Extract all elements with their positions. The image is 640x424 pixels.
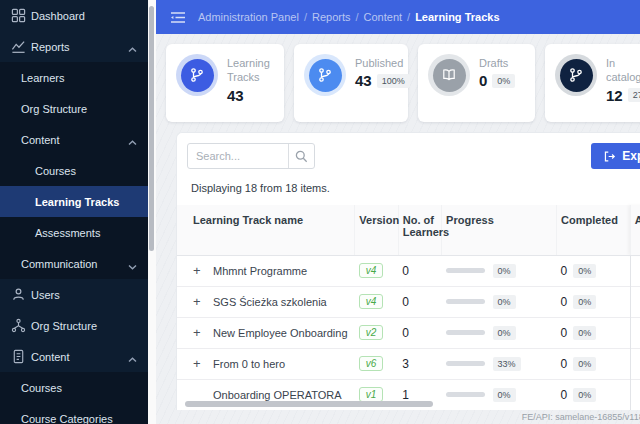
search-input[interactable] (188, 150, 288, 162)
progress-bar (446, 392, 485, 397)
table-row[interactable]: + From 0 to hero v6 3 33% 0 0% ⋮ (177, 348, 640, 379)
content-panel: Export Displaying 18 from 18 items. Lear… (176, 132, 640, 410)
table-row[interactable]: + SGS Ścieżka szkolenia v4 0 0% 0 0% ⋮ (177, 286, 640, 317)
export-icon (603, 150, 616, 163)
table-row[interactable]: + Mhmnt Programme v4 0 0% 0 0% ⋮ (177, 255, 640, 286)
row-expander-button[interactable]: + (193, 356, 206, 371)
sidebar-item-reports[interactable]: Reports (0, 31, 148, 62)
column-header-version[interactable]: Version (355, 205, 398, 255)
row-expander-button[interactable]: + (193, 294, 206, 309)
completed-count: 0 (561, 326, 568, 340)
sidebar-item-content[interactable]: Content (0, 124, 148, 155)
sidebar-item-label: Dashboard (31, 10, 85, 22)
breadcrumb-link-reports[interactable]: Reports (312, 11, 351, 23)
branch-icon (560, 59, 593, 92)
table-row[interactable]: + New Employee Onboarding v2 0 0% 0 0% ⋮ (177, 317, 640, 348)
completed-percentage: 0% (573, 326, 596, 340)
sidebar-item-courses[interactable]: Courses (0, 155, 148, 186)
sidebar-item-org-structure[interactable]: Org Structure (0, 93, 148, 124)
sidebar-item-assessments[interactable]: Assessments (0, 217, 148, 248)
content-icon (11, 349, 27, 365)
sidebar-item-org-structure-main[interactable]: Org Structure (0, 310, 148, 341)
progress-percentage: 33% (493, 357, 521, 371)
breadcrumb-link-content[interactable]: Content (364, 11, 403, 23)
horizontal-scrollbar[interactable] (185, 401, 585, 408)
chevron-up-icon (128, 353, 137, 365)
completed-count: 0 (561, 295, 568, 309)
book-icon (433, 59, 466, 92)
sidebar-item-label: Courses (21, 382, 62, 394)
column-header-learners[interactable]: No. of Learners (398, 205, 441, 255)
learning-tracks-table: Learning Track name Version No. of Learn… (177, 205, 640, 410)
sidebar-item-label: Reports (31, 41, 70, 53)
column-header-name[interactable]: Learning Track name (177, 205, 355, 255)
search-icon (295, 150, 308, 163)
horizontal-scrollbar-thumb[interactable] (185, 401, 433, 407)
progress-bar (446, 361, 485, 366)
card-learning-tracks: Learning Tracks 43 (166, 44, 284, 122)
search-group (187, 143, 315, 169)
sidebar-item-learners[interactable]: Learners (0, 62, 148, 93)
breadcrumb-separator: / (304, 11, 307, 23)
sidebar-item-label: Courses (35, 165, 76, 177)
table-toolbar: Export (177, 133, 640, 179)
completed-percentage: 0% (573, 295, 596, 309)
card-percentage-badge: 0% (492, 74, 515, 88)
card-label: Drafts (479, 56, 515, 70)
sidebar-item-label: Content (21, 134, 60, 146)
progress-percentage: 0% (493, 326, 516, 340)
breadcrumb-separator: / (355, 11, 358, 23)
card-value: 0 (479, 72, 487, 89)
sidebar-scrollbar[interactable] (148, 0, 156, 424)
row-expander-button[interactable]: + (193, 263, 206, 278)
version-badge: v6 (359, 356, 384, 371)
card-percentage-badge: 100% (377, 74, 410, 88)
sidebar-item-label: Communication (21, 258, 97, 270)
card-drafts: Drafts 0 0% (418, 44, 535, 122)
track-name: Mhmnt Programme (213, 265, 307, 277)
main-area: Administration Panel/Reports/Content/Lea… (156, 0, 640, 424)
chevron-down-icon (128, 260, 137, 272)
menu-fold-icon[interactable] (170, 11, 186, 24)
completed-count: 0 (561, 264, 568, 278)
progress-percentage: 0% (493, 295, 516, 309)
column-header-completed[interactable]: Completed (557, 205, 631, 255)
progress-bar (446, 330, 485, 335)
card-value: 43 (355, 72, 372, 89)
learners-count: 0 (402, 295, 409, 309)
completed-count: 0 (561, 388, 568, 402)
sidebar-item-content-main[interactable]: Content (0, 341, 148, 372)
chevron-up-icon (128, 43, 137, 55)
track-name: SGS Ścieżka szkolenia (213, 296, 327, 308)
reports-icon (11, 39, 27, 55)
column-header-progress[interactable]: Progress (442, 205, 557, 255)
sidebar-item-communication[interactable]: Communication (0, 248, 148, 279)
learners-count: 1 (402, 388, 409, 402)
stat-cards: Learning Tracks 43 Published 43 100% (156, 34, 640, 132)
search-button[interactable] (288, 144, 314, 168)
row-expander-button[interactable]: + (193, 325, 206, 340)
results-summary: Displaying 18 from 18 items. (177, 179, 640, 205)
version-badge: v2 (359, 325, 384, 340)
branch-icon (181, 59, 214, 92)
sidebar-item-users[interactable]: Users (0, 279, 148, 310)
card-value: 43 (227, 87, 244, 104)
track-name: New Employee Onboarding (213, 327, 348, 339)
progress-percentage: 0% (493, 388, 516, 402)
sidebar-item-dashboard[interactable]: Dashboard (0, 0, 148, 31)
sidebar-item-courses-sub[interactable]: Courses (0, 372, 148, 403)
card-value: 12 (606, 87, 623, 104)
sidebar-item-learning-tracks[interactable]: Learning Tracks (0, 186, 148, 217)
breadcrumb-link-admin[interactable]: Administration Panel (198, 11, 299, 23)
track-name: Onboarding OPERATORA (213, 389, 342, 401)
export-button[interactable]: Export (591, 143, 640, 169)
sidebar: Dashboard Reports Learners Org Structure… (0, 0, 148, 424)
card-label: Learning Tracks (227, 56, 285, 85)
card-published: Published 43 100% (294, 44, 408, 122)
progress-bar (446, 268, 485, 273)
sidebar-item-label: Org Structure (31, 320, 97, 332)
sidebar-item-label: Learning Tracks (35, 196, 119, 208)
sidebar-scrollbar-thumb[interactable] (149, 6, 154, 251)
sidebar-reports-subgroup: Learners Org Structure Content Courses L… (0, 62, 148, 279)
sidebar-item-course-categories[interactable]: Course Categories (0, 403, 148, 424)
